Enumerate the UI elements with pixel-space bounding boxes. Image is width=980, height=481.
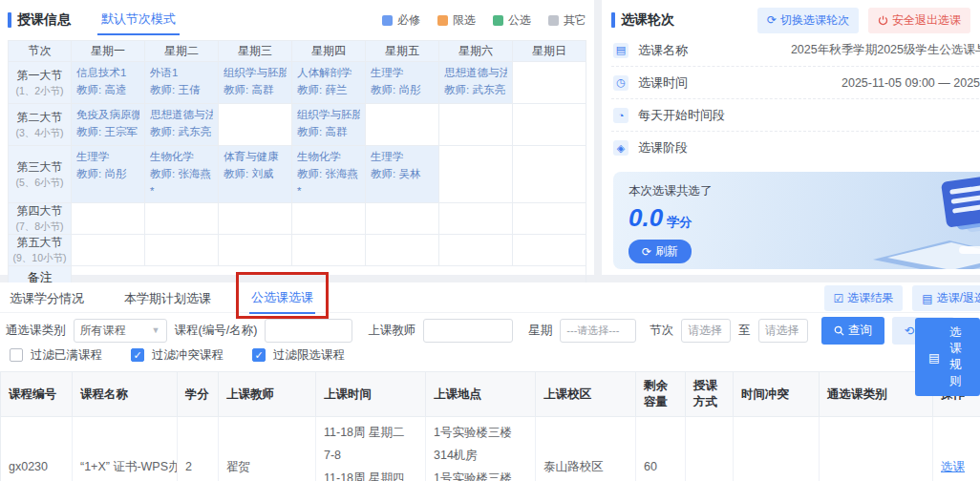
timetable-row: 第三大节(5、6小节)生理学教师: 尚彤生物化学教师: 张海燕*体育与健康教师:…: [9, 146, 586, 203]
course-block[interactable]: 体育与健康教师: 刘威: [219, 146, 291, 202]
period-sub: (7、8小节): [9, 220, 71, 234]
course-block[interactable]: 信息技术1教师: 高逵: [72, 62, 144, 103]
timetable-cell[interactable]: 免疫及病原微...教师: 王宗军: [72, 104, 145, 146]
course-block[interactable]: 免疫及病原微...教师: 王宗军: [72, 104, 144, 145]
course-col-上课地点: 上课地点: [426, 372, 536, 417]
switch-round-button[interactable]: ⟳ 切换选课轮次: [757, 8, 859, 33]
course-block[interactable]: 生理学教师: 尚彤: [366, 62, 438, 103]
section-from-select[interactable]: 请选择: [681, 319, 731, 343]
tab-本学期计划选课[interactable]: 本学期计划选课: [122, 282, 213, 313]
course-block[interactable]: 思想道德与法治教师: 武东亮: [145, 104, 218, 145]
cell-conflict: [734, 417, 820, 481]
week-select[interactable]: ---请选择---: [560, 319, 636, 343]
course-col-时间冲突: 时间冲突: [734, 372, 820, 417]
period-sub: (9、10小节): [9, 252, 71, 265]
course-teacher: 教师: 张海燕*: [150, 166, 213, 200]
week-filter-label: 星期: [528, 323, 552, 339]
round-field-每天开始时间段: ◔每天开始时间段不控制: [611, 99, 980, 132]
course-block[interactable]: 生理学教师: 尚彤: [72, 146, 144, 202]
legend-swatch-icon: [493, 15, 503, 26]
selection-result-button[interactable]: ☑ 选课结果: [824, 285, 904, 311]
teacher-search-input[interactable]: [423, 319, 513, 343]
timetable-cell[interactable]: 体育与健康教师: 刘威: [219, 146, 292, 203]
class-place: 1号实验楼三楼314机房: [434, 421, 527, 467]
timetable-cell[interactable]: 组织学与胚胎学教师: 高群: [219, 62, 292, 104]
course-name: 信息技术1: [76, 65, 139, 82]
timetable-cell: [145, 235, 219, 266]
timetable-col-day: 星期二: [145, 41, 219, 62]
period-label: 第三大节(5、6小节): [9, 146, 72, 203]
timetable-col-day: 星期六: [439, 41, 513, 62]
tab-选课学分情况[interactable]: 选课学分情况: [8, 282, 86, 313]
course-block[interactable]: 组织学与胚胎学教师: 高群: [219, 62, 291, 103]
period-name: 第四大节: [9, 203, 71, 220]
timetable-col-day: 星期五: [366, 41, 439, 62]
course-name: 组织学与胚胎学: [224, 65, 287, 82]
timetable-cell: [219, 235, 292, 266]
course-block[interactable]: 思想道德与法治教师: 武东亮: [439, 62, 512, 103]
books-illustration: [844, 176, 980, 269]
checkbox-过滤已满课程[interactable]: [10, 348, 23, 362]
checklist-icon: ☑: [834, 292, 844, 305]
tab-公选课选课[interactable]: 公选课选课: [249, 282, 315, 314]
timetable-cell[interactable]: 外语1教师: 王倩: [145, 62, 219, 104]
timetable-cell: [366, 203, 439, 235]
timetable-cell[interactable]: 思想道德与法治教师: 武东亮: [145, 104, 219, 146]
period-label: 第二大节(3、4小节): [9, 104, 72, 146]
section-to-select[interactable]: 请选择: [758, 319, 808, 343]
course-col-上课教师: 上课教师: [219, 372, 316, 417]
legend-item-公选: 公选: [493, 12, 531, 29]
search-icon: [834, 325, 844, 336]
title-accent-bar: [611, 12, 615, 28]
round-field-label: 选课时间: [638, 74, 688, 92]
timetable-cell[interactable]: 信息技术1教师: 高逵: [72, 62, 145, 104]
checkbox-过滤限选课程[interactable]: ✓: [252, 348, 266, 362]
course-block[interactable]: 生物化学教师: 张海燕*: [292, 146, 365, 202]
document-icon: ▤: [922, 292, 932, 305]
course-teacher: 教师: 武东亮: [444, 82, 507, 99]
safe-exit-button[interactable]: 安全退出选课: [868, 8, 970, 33]
chevron-down-icon: ▼: [152, 325, 160, 335]
tab-default-section-mode[interactable]: 默认节次模式: [97, 5, 180, 35]
timetable-cell[interactable]: 生理学教师: 尚彤: [366, 62, 439, 104]
timetable-cell[interactable]: 生理学教师: 尚彤: [72, 146, 145, 203]
select-course-link[interactable]: 选课: [941, 460, 965, 473]
timetable-cell: [366, 235, 439, 266]
selection-rules-button[interactable]: ▤ 选课规则: [915, 318, 980, 396]
teaching-info-title: 授课信息: [17, 11, 71, 29]
course-block[interactable]: 人体解剖学教师: 薛兰: [292, 62, 365, 103]
timetable-cell: [145, 203, 219, 235]
course-block[interactable]: 生理学教师: 吴林: [366, 146, 438, 202]
cell-campus: 泰山路校区: [536, 417, 636, 481]
timetable-cell[interactable]: 生理学教师: 吴林: [366, 146, 439, 203]
timetable-cell[interactable]: 组织学与胚胎学教师: 高群: [292, 104, 366, 146]
timetable-cell[interactable]: 人体解剖学教师: 薛兰: [292, 62, 366, 104]
timetable-cell: [513, 104, 586, 146]
timetable-col-day: 星期日: [513, 41, 586, 62]
course-block[interactable]: 生物化学教师: 张海燕*: [145, 146, 218, 202]
tag-icon: ◈: [613, 140, 628, 156]
timetable-cell[interactable]: 思想道德与法治教师: 武东亮: [439, 62, 513, 104]
selection-round-title: 选课轮次: [621, 11, 674, 29]
round-field-value: 2025-11-05 09:00 — 2025-11-05 10:00: [842, 76, 980, 90]
checkbox-过滤冲突课程[interactable]: ✓: [131, 348, 144, 362]
course-col-授课方式: 授课方式: [686, 372, 734, 417]
timetable-col-period: 节次: [9, 41, 72, 62]
course-search-input[interactable]: [265, 319, 352, 343]
category-filter-label: 通选课类别: [6, 323, 66, 339]
course-col-课程名称: 课程名称: [73, 372, 178, 417]
query-button[interactable]: 查询: [821, 317, 884, 345]
refresh-credits-button[interactable]: ⟳ 刷新: [628, 240, 692, 263]
timetable-cell[interactable]: 生物化学教师: 张海燕*: [145, 146, 219, 203]
course-col-剩余容量: 剩余容量: [636, 372, 686, 417]
course-teacher: 教师: 高群: [297, 124, 360, 141]
course-teacher: 教师: 尚彤: [371, 82, 434, 99]
legend-item-限选: 限选: [437, 12, 476, 29]
timetable-cell[interactable]: 生物化学教师: 张海燕*: [292, 146, 366, 203]
course-block[interactable]: 组织学与胚胎学教师: 高群: [292, 104, 365, 145]
category-select[interactable]: 所有课程▼: [74, 319, 167, 343]
course-name: 生理学: [371, 149, 434, 166]
course-block[interactable]: 外语1教师: 王倩: [145, 62, 218, 103]
selection-log-button[interactable]: ▤ 选课/退选日志: [912, 285, 980, 311]
timetable-header-row: 节次星期一星期二星期三星期四星期五星期六星期日: [9, 41, 586, 62]
